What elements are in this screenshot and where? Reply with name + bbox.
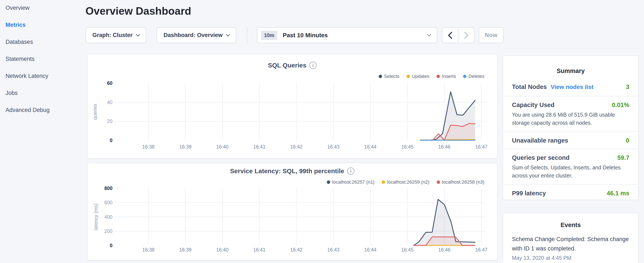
- service-latency-plot[interactable]: 16:3816:3916:4016:4116:4216:4316:4416:45…: [88, 163, 498, 261]
- svg-text:20: 20: [107, 119, 112, 124]
- time-forward-button[interactable]: [458, 28, 474, 43]
- legend-item-n2[interactable]: localhost:26259 (n2): [382, 179, 429, 185]
- legend-dot: [436, 75, 440, 78]
- queries-per-second-value: 59.7: [618, 154, 629, 161]
- svg-text:latency (ms): latency (ms): [93, 204, 99, 230]
- svg-text:16:38: 16:38: [142, 144, 154, 150]
- svg-text:0: 0: [110, 243, 112, 248]
- now-button-label: Now: [485, 32, 498, 39]
- svg-text:16:38: 16:38: [142, 247, 154, 252]
- svg-text:16:47: 16:47: [475, 247, 488, 252]
- svg-text:16:45: 16:45: [401, 247, 414, 252]
- graph-dropdown-label: Graph: Cluster: [92, 32, 132, 39]
- summary-title: Summary: [503, 56, 638, 75]
- sidebar-item-statements[interactable]: Statements: [6, 54, 35, 64]
- sidebar-item-databases[interactable]: Databases: [6, 37, 33, 47]
- summary-row-capacity-used: Capacity Used 0.01% You are using 28.6 M…: [503, 96, 638, 132]
- svg-text:queries: queries: [92, 104, 98, 120]
- svg-text:60: 60: [107, 80, 112, 86]
- sidebar: Overview Metrics Databases Statements Ne…: [0, 0, 85, 263]
- summary-row-total-nodes: Total Nodes View nodes list 3: [503, 75, 638, 96]
- capacity-used-value: 0.01%: [612, 102, 629, 109]
- svg-text:0: 0: [110, 138, 112, 143]
- legend-item-updates[interactable]: Updates: [406, 74, 429, 79]
- svg-text:16:44: 16:44: [364, 247, 376, 252]
- svg-text:16:40: 16:40: [216, 247, 228, 252]
- info-icon[interactable]: i: [347, 167, 354, 175]
- svg-text:16:46: 16:46: [438, 144, 450, 150]
- sidebar-item-jobs[interactable]: Jobs: [6, 88, 18, 98]
- now-button[interactable]: Now: [479, 27, 504, 43]
- summary-panel: Summary Total Nodes View nodes list 3 Ca…: [502, 55, 639, 200]
- chart-title: SQL Queries: [268, 62, 306, 69]
- graph-dropdown[interactable]: Graph: Cluster: [86, 27, 146, 43]
- legend-item-selects[interactable]: Selects: [379, 74, 399, 79]
- chart-title-row: SQL Queries i: [88, 62, 497, 69]
- sidebar-item-network-latency[interactable]: Network Latency: [6, 71, 48, 81]
- legend-dot: [463, 75, 466, 78]
- legend-dot: [382, 180, 385, 184]
- svg-text:16:41: 16:41: [253, 144, 266, 150]
- summary-row-p99-latency: P99 latency 46.1 ms: [503, 184, 638, 200]
- dashboard-dropdown-label: Dashboard: Overview: [164, 32, 222, 39]
- legend-item-n3[interactable]: localhost:26258 (n3): [437, 179, 484, 185]
- legend-dot: [327, 180, 330, 184]
- time-back-button[interactable]: [442, 28, 458, 43]
- sql-queries-chart-card: 16:3816:3916:4016:4116:4216:4316:4416:45…: [87, 54, 498, 159]
- events-panel: Events Schema Change Completed: Schema c…: [502, 213, 639, 263]
- legend-dot: [406, 75, 410, 78]
- svg-text:16:43: 16:43: [327, 247, 340, 252]
- summary-row-queries-per-second: Queries per second 59.7 Sum of Selects, …: [503, 149, 638, 184]
- sidebar-item-overview[interactable]: Overview: [6, 3, 30, 13]
- summary-row-unavailable-ranges: Unavailable ranges 0: [503, 132, 638, 149]
- legend-dot: [379, 75, 382, 78]
- chevron-down-icon: [136, 32, 140, 37]
- chart-legend: localhost:26257 (n1) localhost:26259 (n2…: [327, 179, 484, 185]
- chevron-left-icon: [447, 31, 453, 40]
- svg-text:16:39: 16:39: [179, 247, 192, 252]
- sidebar-item-advanced-debug[interactable]: Advanced Debug: [6, 105, 50, 115]
- svg-text:16:42: 16:42: [290, 247, 302, 252]
- svg-text:16:44: 16:44: [364, 144, 376, 150]
- controls-divider: [247, 27, 247, 43]
- chart-title: Service Latency: SQL, 99th percentile: [230, 167, 344, 175]
- time-range-dropdown[interactable]: 10m Past 10 Minutes: [257, 27, 437, 43]
- svg-text:16:39: 16:39: [179, 144, 192, 150]
- svg-text:400: 400: [104, 214, 112, 220]
- page-title: Overview Dashboard: [86, 5, 191, 18]
- svg-text:200: 200: [104, 228, 112, 234]
- svg-text:800: 800: [104, 185, 112, 191]
- p99-latency-value: 46.1 ms: [607, 190, 629, 197]
- chart-title-row: Service Latency: SQL, 99th percentile i: [88, 167, 497, 175]
- svg-text:600: 600: [104, 200, 112, 205]
- svg-text:16:46: 16:46: [438, 247, 450, 252]
- time-pager: [442, 27, 474, 43]
- svg-text:40: 40: [107, 100, 112, 105]
- unavailable-ranges-value: 0: [626, 137, 629, 144]
- chart-legend: Selects Updates Inserts Deletes: [379, 74, 484, 79]
- view-nodes-list-link[interactable]: View nodes list: [551, 84, 594, 90]
- svg-text:16:45: 16:45: [401, 144, 414, 150]
- sidebar-item-metrics[interactable]: Metrics: [6, 20, 26, 30]
- svg-text:16:42: 16:42: [290, 144, 302, 150]
- info-icon[interactable]: i: [309, 62, 316, 69]
- event-item[interactable]: Schema Change Completed: Schema change w…: [503, 229, 638, 261]
- events-title: Events: [503, 213, 638, 229]
- time-range-label: Past 10 Minutes: [283, 32, 328, 39]
- total-nodes-value: 3: [626, 83, 629, 90]
- sql-queries-plot[interactable]: 16:3816:3916:4016:4116:4216:4316:4416:45…: [88, 54, 498, 159]
- svg-text:16:41: 16:41: [253, 247, 266, 252]
- service-latency-chart-card: 16:3816:3916:4016:4116:4216:4316:4416:45…: [87, 163, 498, 261]
- legend-item-inserts[interactable]: Inserts: [436, 74, 456, 79]
- time-range-badge: 10m: [261, 31, 277, 40]
- legend-dot: [437, 180, 440, 184]
- chevron-down-icon: [226, 32, 230, 37]
- svg-text:16:47: 16:47: [475, 144, 488, 150]
- legend-item-n1[interactable]: localhost:26257 (n1): [327, 179, 374, 185]
- legend-item-deletes[interactable]: Deletes: [463, 74, 484, 79]
- dashboard-dropdown[interactable]: Dashboard: Overview: [157, 27, 236, 43]
- app-root: Overview Metrics Databases Statements Ne…: [0, 0, 644, 263]
- svg-text:16:40: 16:40: [216, 144, 228, 150]
- chevron-right-icon: [464, 31, 469, 40]
- chevron-down-icon: [427, 32, 431, 36]
